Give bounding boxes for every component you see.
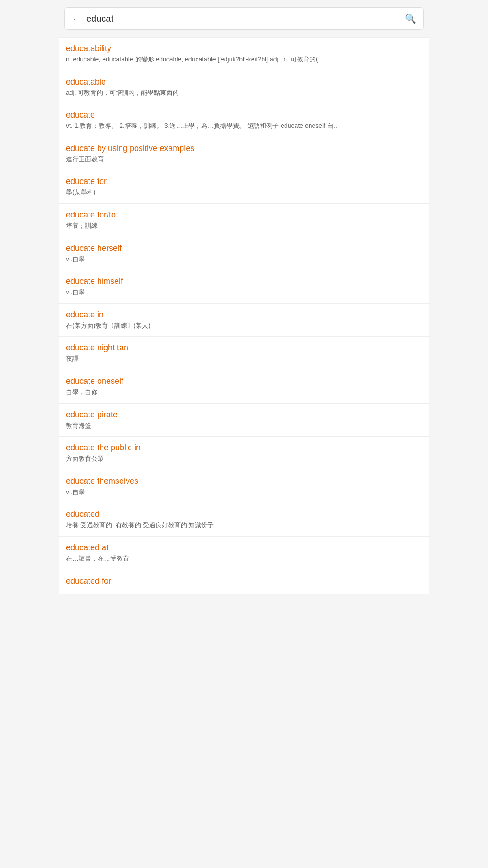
list-item[interactable]: educated at在…讀書，在…受教育 <box>59 537 429 570</box>
result-desc: vt. 1.教育；教導。 2.培養，訓練。 3.送…上學，為…負擔學費。 短語和… <box>66 122 422 131</box>
list-item[interactable]: educate by using positive examples進行正面教育 <box>59 137 429 171</box>
result-desc: 學(某學科) <box>66 188 422 197</box>
list-item[interactable]: educated for <box>59 570 429 594</box>
result-title: educate herself <box>66 244 422 253</box>
result-desc: 進行正面教育 <box>66 155 422 164</box>
result-title: educated at <box>66 543 422 552</box>
result-title: educate themselves <box>66 476 422 486</box>
list-item[interactable]: educate himselfvi.自學 <box>59 270 429 304</box>
result-title: educate night tan <box>66 343 422 353</box>
list-item[interactable]: educate night tan夜譚 <box>59 337 429 370</box>
result-desc: vi.自學 <box>66 488 422 497</box>
result-title: educatability <box>66 44 422 53</box>
result-title: educate in <box>66 310 422 320</box>
result-title: educated for <box>66 576 422 586</box>
result-desc: 培養 受過教育的, 有教養的 受過良好教育的 知識份子 <box>66 521 422 530</box>
result-title: educatable <box>66 77 422 87</box>
result-desc: vi.自學 <box>66 255 422 264</box>
result-title: educated <box>66 509 422 519</box>
result-desc: vi.自學 <box>66 288 422 297</box>
list-item[interactable]: educate themselvesvi.自學 <box>59 470 429 504</box>
search-icon[interactable]: 🔍 <box>405 13 416 24</box>
result-title: educate oneself <box>66 377 422 386</box>
search-bar: ← 🔍 <box>64 7 424 30</box>
list-item[interactable]: educatevt. 1.教育；教導。 2.培養，訓練。 3.送…上學，為…負擔… <box>59 104 429 137</box>
list-item[interactable]: educatabilityn. educable, educatable 的變形… <box>59 38 429 71</box>
result-desc: 培養；訓練 <box>66 222 422 231</box>
result-title: educate himself <box>66 277 422 286</box>
result-title: educate pirate <box>66 410 422 420</box>
result-title: educate for <box>66 177 422 186</box>
list-item[interactable]: educate pirate教育海盜 <box>59 404 429 437</box>
result-title: educate by using positive examples <box>66 144 422 153</box>
results-list: educatabilityn. educable, educatable 的變形… <box>59 37 429 594</box>
search-bar-container: ← 🔍 <box>59 0 429 37</box>
list-item[interactable]: educate oneself自學，自修 <box>59 370 429 404</box>
result-title: educate the public in <box>66 443 422 453</box>
search-input[interactable] <box>86 14 399 24</box>
list-item[interactable]: educatableadj. 可教育的，可培訓的，能學點東西的 <box>59 71 429 104</box>
list-item[interactable]: educate the public in方面教育公眾 <box>59 437 429 470</box>
result-desc: 自學，自修 <box>66 388 422 397</box>
result-desc: 方面教育公眾 <box>66 454 422 463</box>
list-item[interactable]: educate herselfvi.自學 <box>59 237 429 271</box>
list-item[interactable]: educate in在(某方面)教育〔訓練〕(某人) <box>59 304 429 337</box>
result-title: educate for/to <box>66 210 422 220</box>
result-desc: n. educable, educatable 的變形 educable, ed… <box>66 55 422 64</box>
result-desc: 在…讀書，在…受教育 <box>66 554 422 563</box>
result-desc: 在(某方面)教育〔訓練〕(某人) <box>66 321 422 330</box>
result-desc: 教育海盜 <box>66 421 422 430</box>
result-title: educate <box>66 110 422 120</box>
list-item[interactable]: educated培養 受過教育的, 有教養的 受過良好教育的 知識份子 <box>59 503 429 537</box>
list-item[interactable]: educate for學(某學科) <box>59 170 429 204</box>
result-desc: adj. 可教育的，可培訓的，能學點東西的 <box>66 89 422 98</box>
list-item[interactable]: educate for/to培養；訓練 <box>59 204 429 237</box>
result-desc: 夜譚 <box>66 354 422 363</box>
back-icon[interactable]: ← <box>72 14 81 24</box>
